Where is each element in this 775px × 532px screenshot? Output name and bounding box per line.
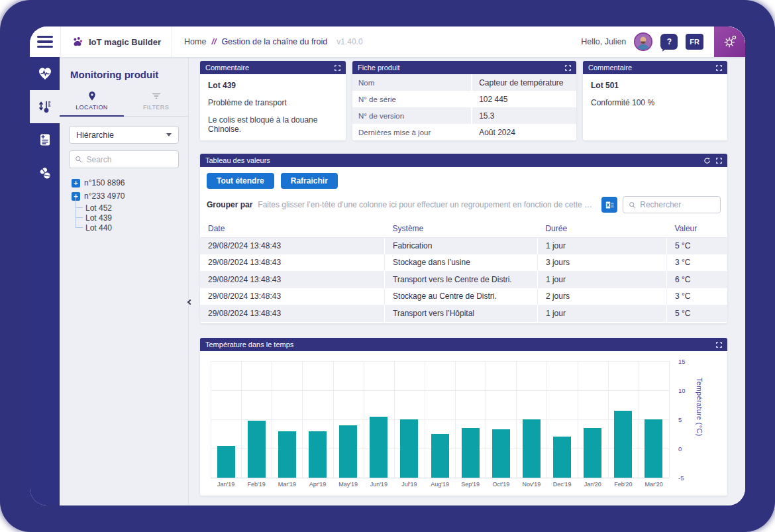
product-row: N° de série102 445 <box>352 91 576 107</box>
table-row[interactable]: 29/08/2024 13:48:43Transport vers le Cen… <box>200 271 727 288</box>
language-button[interactable]: FR <box>686 34 703 50</box>
panel-title: Température dans le temps <box>205 341 711 348</box>
column-header[interactable]: Date <box>200 220 385 237</box>
rail-item-health[interactable] <box>30 57 60 90</box>
thermometer-icon <box>37 99 53 115</box>
table-cell: 29/08/2024 13:48:43 <box>200 288 385 305</box>
table-search-input[interactable] <box>640 200 715 209</box>
gridline <box>211 361 211 478</box>
tab-location[interactable]: LOCATION <box>60 87 124 116</box>
breadcrumb-separator: // <box>211 37 216 46</box>
values-table-actions: Tout étendre Rafraichir <box>200 167 727 189</box>
table-cell: 29/08/2024 13:48:43 <box>200 271 385 288</box>
expand-icon[interactable] <box>716 158 722 164</box>
bar-Jul'19 <box>400 419 418 478</box>
rail-item-temperature-monitoring[interactable] <box>30 90 60 123</box>
values-table: DateSystèmeDuréeValeur 29/08/2024 13:48:… <box>200 220 727 322</box>
chart-body: Jan'19Feb'19Mar'19Apr'19May'19Jun'19Jul'… <box>200 351 727 496</box>
group-by-hint: Faites glisser l’en-tête d’une colonne i… <box>258 200 596 209</box>
product-row-label: N° de version <box>352 112 471 120</box>
panel-title: Fiche produit <box>358 64 560 72</box>
y-tick-label: 0 <box>678 445 682 452</box>
refresh-button[interactable]: Rafraichir <box>281 173 338 189</box>
gridline <box>394 361 395 478</box>
panel-title: Commentaire <box>588 64 711 72</box>
y-tick-label: 5 <box>678 416 682 423</box>
expand-icon[interactable] <box>716 342 722 348</box>
gridline <box>364 361 364 478</box>
breadcrumb-home-link[interactable]: Home <box>184 37 206 46</box>
search-icon <box>629 201 636 209</box>
user-avatar[interactable] <box>634 32 652 51</box>
panel-header: Fiche produit <box>352 61 576 74</box>
tree-leaf[interactable]: Lot 439 <box>76 213 179 223</box>
sidebar-collapse-button[interactable] <box>186 297 194 307</box>
product-row-label: Dernières mise à jour <box>352 129 471 136</box>
table-cell: Stockage dans l’usine <box>385 254 538 272</box>
tree-node-label: n°150 8896 <box>84 178 125 187</box>
expand-all-button[interactable]: Tout étendre <box>207 173 274 189</box>
pills-icon <box>37 165 53 181</box>
help-button[interactable]: ? <box>660 34 678 50</box>
top-navbar: IoT magic Builder Home // Gestion de la … <box>30 27 745 57</box>
table-row[interactable]: 29/08/2024 13:48:43Stockage au Centre de… <box>200 288 727 305</box>
table-cell: Stockage au Centre de Distri. <box>385 288 538 305</box>
column-header[interactable]: Système <box>385 220 538 237</box>
group-by-bar: Grouper par Faites glisser l’en-tête d’u… <box>200 189 727 213</box>
gridline <box>669 361 670 478</box>
tab-filters[interactable]: FILTERS <box>124 87 188 116</box>
expand-icon[interactable] <box>335 65 340 71</box>
bar-Aug'19 <box>431 434 449 478</box>
x-tick-label: Feb'19 <box>241 481 272 488</box>
product-sheet-panel: Fiche produit NomCapteur de températureN… <box>352 61 576 140</box>
x-tick-label: May'19 <box>333 481 364 488</box>
x-tick-label: Sep'19 <box>455 481 486 488</box>
product-row-value: Capteur de température <box>471 74 576 91</box>
gridline <box>578 361 578 478</box>
panel-header: Commentaire <box>583 61 727 74</box>
x-tick-label: Jan'20 <box>578 481 608 488</box>
table-cell: 29/08/2024 13:48:43 <box>200 254 385 272</box>
table-row[interactable]: 29/08/2024 13:48:43Fabrication1 jour5 °C <box>200 237 727 254</box>
gear-icon <box>723 34 737 49</box>
product-row: Dernières mise à jourAoût 2024 <box>352 124 576 140</box>
x-tick-label: Mar'19 <box>272 481 302 488</box>
table-cell: Transport vers l’Hôpital <box>385 305 538 322</box>
hamburger-menu-icon[interactable] <box>30 27 60 57</box>
temperature-chart-panel: Température dans le temps Jan'19Feb'19Ma… <box>200 338 727 496</box>
gridline <box>211 478 669 478</box>
table-cell: 5 °C <box>666 237 727 254</box>
paw-logo-icon <box>72 36 83 48</box>
column-header[interactable]: Valeur <box>666 220 727 237</box>
tree-leaf[interactable]: Lot 452 <box>76 203 179 213</box>
gridline <box>455 361 456 478</box>
expand-icon[interactable] <box>716 65 722 71</box>
heart-pulse-icon <box>37 66 53 81</box>
tab-filters-label: FILTERS <box>143 104 169 111</box>
bar-Apr'19 <box>309 431 327 478</box>
expand-icon[interactable] <box>565 65 571 71</box>
table-search <box>623 196 721 213</box>
breadcrumb-current-page[interactable]: Gestion de la chaîne du froid <box>221 37 327 46</box>
sidebar-search-input[interactable] <box>86 155 173 164</box>
tree-leaf[interactable]: Lot 440 <box>76 223 179 233</box>
rail-item-report[interactable] <box>30 123 60 156</box>
gridline <box>639 361 639 478</box>
comment-lot: Lot 501 <box>591 81 719 90</box>
product-sheet-body: NomCapteur de températureN° de série102 … <box>352 74 576 140</box>
column-header[interactable]: Durée <box>537 220 666 237</box>
refresh-icon[interactable] <box>703 157 711 164</box>
tree-expand-icon[interactable]: + <box>72 179 80 187</box>
user-greeting: Hello, Julien <box>581 37 626 46</box>
filter-icon <box>151 91 162 101</box>
tree-node[interactable]: +n°150 8896 <box>72 176 179 189</box>
table-row[interactable]: 29/08/2024 13:48:43Stockage dans l’usine… <box>200 254 727 272</box>
table-row[interactable]: 29/08/2024 13:48:43Transport vers l’Hôpi… <box>200 305 727 322</box>
x-tick-label: Apr'19 <box>302 481 333 488</box>
hierarchy-select[interactable]: Hiérarchie <box>69 126 179 144</box>
rail-item-medication[interactable] <box>30 156 60 189</box>
export-excel-button[interactable] <box>601 197 617 213</box>
x-tick-label: Oct'19 <box>486 481 516 488</box>
tree-node[interactable]: +n°233 4970 <box>72 189 179 203</box>
bar-Jan'20 <box>584 428 601 478</box>
